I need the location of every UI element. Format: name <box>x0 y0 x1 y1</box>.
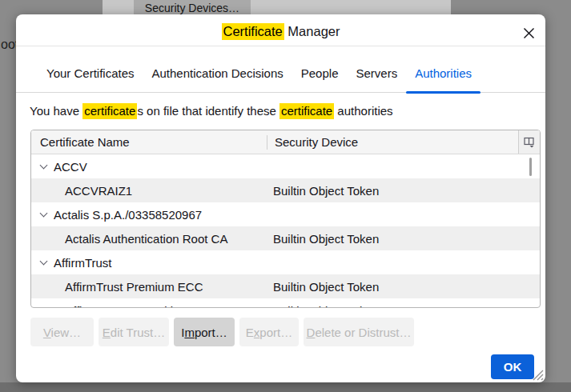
tab-authentication-decisions[interactable]: Authentication Decisions <box>143 66 292 92</box>
resize-grip-icon[interactable] <box>529 366 544 381</box>
title-highlight: Certificate <box>222 23 284 40</box>
description-highlight-1: certificate <box>82 103 137 119</box>
screen: { "background": { "security_devices_labe… <box>0 0 571 392</box>
security-device-cell: Builtin Object Token <box>267 280 540 294</box>
close-button[interactable] <box>518 22 539 43</box>
security-devices-button[interactable]: Security Devices… <box>134 0 251 14</box>
tree-scrollbar-thumb[interactable] <box>529 158 532 176</box>
security-device-cell: Builtin Object Token <box>267 304 540 309</box>
ok-button[interactable]: OK <box>491 354 534 379</box>
tree-row-group[interactable]: ACCV <box>31 154 540 178</box>
column-picker-button[interactable] <box>518 130 540 154</box>
group-name: AffirmTrust <box>54 256 112 270</box>
chevron-down-icon[interactable] <box>40 162 48 170</box>
certificate-manager-dialog: Certificate Manager Your Certificates Au… <box>16 14 545 382</box>
title-rest: Manager <box>284 24 340 38</box>
title-separator <box>16 46 545 46</box>
delete-or-distrust-button[interactable]: Delete or Distrust… <box>304 318 414 346</box>
chevron-down-icon[interactable] <box>40 210 48 218</box>
certificate-name-cell: Actalis Authentication Root CA <box>31 232 267 246</box>
view-button[interactable]: View… <box>30 318 94 346</box>
description-text: s on file that identify these <box>137 104 279 118</box>
tab-authorities[interactable]: Authorities <box>406 66 481 92</box>
close-icon <box>523 27 535 39</box>
dialog-description: You have certificates on file that ident… <box>30 104 393 118</box>
certificates-tree: Certificate Name Security Device ACCV AC… <box>30 130 541 308</box>
column-header-security-device[interactable]: Security Device <box>267 135 518 149</box>
import-button[interactable]: Import… <box>174 318 235 346</box>
certificate-name-cell: AffirmTrust Premium ECC <box>31 280 267 294</box>
description-text: You have <box>30 104 82 118</box>
description-text: authorities <box>334 104 392 118</box>
group-name: Actalis S.p.A./03358520967 <box>54 208 202 222</box>
tree-row-certificate[interactable]: Actalis Authentication Root CA Builtin O… <box>31 226 540 250</box>
tab-people[interactable]: People <box>292 66 348 92</box>
description-highlight-2: certificate <box>279 103 334 119</box>
action-button-row: View… Edit Trust… Import… Export… Delete… <box>30 318 414 346</box>
security-devices-label: Security Devices… <box>145 2 239 14</box>
tab-bar: Your Certificates Authentication Decisio… <box>16 50 545 93</box>
tree-row-group[interactable]: AffirmTrust <box>31 250 540 274</box>
certificate-name-cell: ACCVRAIZ1 <box>31 184 267 198</box>
security-device-cell: Builtin Object Token <box>267 184 540 198</box>
security-device-cell: Builtin Object Token <box>267 232 540 246</box>
export-button[interactable]: Export… <box>239 318 299 346</box>
certificate-name-cell: AffirmTrust Networking <box>31 304 267 309</box>
dialog-title: Certificate Manager <box>16 24 545 39</box>
tree-row-certificate[interactable]: ACCVRAIZ1 Builtin Object Token <box>31 178 540 202</box>
tree-row-certificate[interactable]: AffirmTrust Premium ECC Builtin Object T… <box>31 274 540 298</box>
chevron-down-icon[interactable] <box>40 258 48 266</box>
tree-row-certificate[interactable]: AffirmTrust Networking Builtin Object To… <box>31 298 540 308</box>
tab-your-certificates[interactable]: Your Certificates <box>38 66 143 92</box>
column-picker-icon <box>524 137 535 148</box>
tab-servers[interactable]: Servers <box>347 66 406 92</box>
tree-header: Certificate Name Security Device <box>31 130 540 154</box>
column-header-certificate-name[interactable]: Certificate Name <box>31 135 267 149</box>
tree-row-group[interactable]: Actalis S.p.A./03358520967 <box>31 202 540 226</box>
background-bottom-band <box>0 382 571 392</box>
group-name: ACCV <box>54 160 87 174</box>
edit-trust-button[interactable]: Edit Trust… <box>99 318 169 346</box>
